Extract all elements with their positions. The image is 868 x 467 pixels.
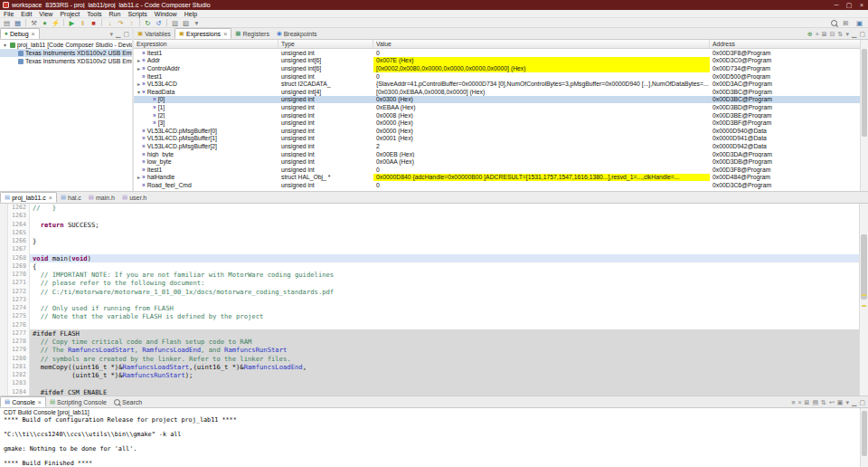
close-icon[interactable]: × xyxy=(38,399,42,405)
code-line[interactable]: // Note that the variable FLASH is defin… xyxy=(30,312,859,320)
refresh-icon[interactable]: ↺ xyxy=(154,18,164,27)
menu-item-run[interactable]: Run xyxy=(106,11,125,17)
terminate-icon[interactable]: ■ xyxy=(89,18,99,27)
chevron-right-icon[interactable]: ▸ xyxy=(136,81,142,87)
maximize-icon[interactable]: ▢ xyxy=(859,399,865,405)
clear-console-icon[interactable]: ▤ xyxy=(812,399,818,405)
expression-row[interactable]: »high_byteunsigned int0x00EB (Hex)0x00D3… xyxy=(134,150,861,158)
chevron-down-icon[interactable]: ▾ xyxy=(2,42,8,48)
menu-item-window[interactable]: Window xyxy=(151,11,181,17)
expressions-scrollbar[interactable] xyxy=(860,40,868,191)
code-line[interactable]: } xyxy=(30,237,859,245)
registers-view-icon[interactable]: ▧ xyxy=(181,18,191,27)
tab-variables[interactable]: ▣Variables xyxy=(134,28,175,39)
open-perspective-icon[interactable]: ⊞ xyxy=(841,18,851,27)
code-line[interactable]: // Only used if running from FLASH xyxy=(30,304,859,312)
code-line[interactable]: { xyxy=(30,262,859,271)
resume-icon[interactable]: ▶ xyxy=(67,18,77,27)
menu-item-file[interactable]: File xyxy=(0,11,17,17)
code-line[interactable]: memCopy((uint16_t *)&RamfuncsLoadStart,(… xyxy=(30,363,859,371)
expression-row[interactable]: »Road_feel_Cmdunsigned int00x00D3C6@Prog… xyxy=(134,181,861,189)
display-selected-console-icon[interactable]: ▾ xyxy=(845,399,849,405)
code-line[interactable]: return SUCCESS; xyxy=(30,221,859,229)
scroll-lock-icon[interactable]: ⇅ xyxy=(821,399,826,405)
expression-row[interactable]: »VL53L4CD.pMsgBuffer[1]unsigned int0x000… xyxy=(134,135,861,143)
tab-scripting-console[interactable]: ▤Scripting Console xyxy=(46,396,110,407)
menu-item-scripts[interactable]: Scripts xyxy=(124,11,150,17)
expression-row[interactable]: ▸»halHandlestruct HAL_Obj_ *0x0000D840 {… xyxy=(134,174,861,182)
tab-hal-c[interactable]: ▤hal.c xyxy=(57,192,85,203)
expression-row[interactable]: »[3]unsigned int0x0000 (Hex)0x00D3BF@Pro… xyxy=(134,119,861,127)
scrollbar-thumb[interactable] xyxy=(862,411,867,457)
console-output[interactable]: **** Build of configuration Release for … xyxy=(0,416,868,467)
chevron-right-icon[interactable]: ▸ xyxy=(136,57,142,63)
column-header-value[interactable]: Value xyxy=(373,40,710,48)
tab-proj-lab11-c[interactable]: ▤proj_lab11.c× xyxy=(0,192,57,203)
chevron-right-icon[interactable]: ▸ xyxy=(136,65,142,71)
expression-row[interactable]: »Itest1unsigned int00x00D3F8@Program xyxy=(134,49,861,57)
step-return-icon[interactable]: ↑ xyxy=(127,18,137,27)
column-header-type[interactable]: Type xyxy=(278,40,373,48)
code-line[interactable]: // IMPORTANT NOTE: If you are not famili… xyxy=(30,271,859,279)
code-line[interactable]: void main(void) xyxy=(30,254,859,262)
remove-all-expressions-icon[interactable]: ⊠ xyxy=(822,31,827,37)
expression-row[interactable]: ▸»VL53L4CDstruct I2CADATA_{SlaveAddr=41,… xyxy=(134,80,861,88)
restart-icon[interactable]: ↻ xyxy=(143,18,153,27)
menu-item-view[interactable]: View xyxy=(35,11,56,17)
debug-tree-item[interactable]: ▾proj_lab11 [Code Composer Studio - Devi… xyxy=(0,41,132,49)
menu-item-edit[interactable]: Edit xyxy=(17,11,35,17)
build-icon[interactable]: ⚒ xyxy=(29,18,39,27)
tab-debug[interactable]: ●Debug× xyxy=(0,28,40,39)
close-icon[interactable]: × xyxy=(32,31,35,37)
scrollbar-thumb[interactable] xyxy=(861,234,867,300)
maximize-icon[interactable]: ▢ xyxy=(859,31,865,37)
console-scrollbar[interactable] xyxy=(860,408,868,467)
chevron-right-icon[interactable]: ▸ xyxy=(136,174,142,180)
code-line[interactable] xyxy=(30,321,859,329)
tab-breakpoints[interactable]: ◉Breakpoints xyxy=(273,28,321,39)
expression-row[interactable]: »VL53L4CD.pMsgBuffer[0]unsigned int0x000… xyxy=(134,127,861,135)
step-into-icon[interactable]: ↓ xyxy=(105,18,115,27)
tab-expressions[interactable]: ▣Expressions× xyxy=(175,28,231,39)
scrollbar-thumb[interactable] xyxy=(862,49,867,137)
menu-item-project[interactable]: Project xyxy=(56,11,83,17)
code-line[interactable]: // } xyxy=(30,204,859,212)
editor-annotation-gutter[interactable] xyxy=(0,204,8,396)
minimize-icon[interactable]: ▁ xyxy=(852,31,856,37)
code-line[interactable] xyxy=(30,296,859,304)
tab-search[interactable]: Search xyxy=(110,396,146,407)
search-icon[interactable] xyxy=(831,20,837,26)
column-header-address[interactable]: Address xyxy=(710,40,861,48)
code-line[interactable]: (uint16_t *)&RamfuncsRunStart); xyxy=(30,371,859,379)
editor-scrollbar[interactable] xyxy=(859,204,868,396)
code-line[interactable]: #ifdef CSM_ENABLE xyxy=(30,388,859,396)
maximize-icon[interactable]: ▢ xyxy=(123,31,129,37)
tab-main-h[interactable]: ▤main.h xyxy=(85,192,118,203)
code-line[interactable]: // please refer to the following documen… xyxy=(30,279,859,287)
code-line[interactable]: // Copy time critical code and Flash set… xyxy=(30,338,859,346)
more-actions-icon[interactable]: ▾ xyxy=(192,18,202,27)
expression-row[interactable]: »Itest1unsigned int00x00D500@Program xyxy=(134,72,861,81)
minimize-button[interactable]: ─ xyxy=(830,2,843,8)
expression-row[interactable]: ▾»ReadDataunsigned int[4][0x0300,0xEBAA,… xyxy=(134,88,861,96)
tab-user-h[interactable]: ▤user.h xyxy=(118,192,150,203)
word-wrap-icon[interactable]: ↩ xyxy=(829,399,835,405)
tab-registers[interactable]: ▦Registers xyxy=(231,28,273,39)
minimize-icon[interactable]: ▁ xyxy=(852,399,856,405)
expression-row[interactable]: »Itest1unsigned int00x00D3F8@Program xyxy=(134,166,861,174)
expression-row[interactable]: ▸»ControlAddrunsigned int[6][0x0002,0x00… xyxy=(134,64,861,72)
terminate-icon[interactable]: ■ xyxy=(791,399,795,405)
debug-icon[interactable]: ● xyxy=(40,18,50,27)
collapse-all-icon[interactable]: ⊟ xyxy=(830,31,835,37)
add-expression-icon[interactable]: ⊕ xyxy=(807,31,813,37)
code-line[interactable]: #ifdef FLASH xyxy=(30,329,859,338)
view-menu-icon[interactable]: ▾ xyxy=(109,31,113,37)
debug-tree-item[interactable]: Texas Instruments XDS100v2 USB Emulator_ xyxy=(0,57,132,65)
close-icon[interactable]: × xyxy=(223,31,227,37)
ccs-debug-perspective-icon[interactable]: ▣ xyxy=(854,18,864,27)
suspend-icon[interactable]: ‖ xyxy=(78,18,88,27)
close-icon[interactable]: × xyxy=(49,195,52,201)
code-line[interactable]: // C:/ti/motorware/motorware_1_01_00_1x/… xyxy=(30,288,859,296)
code-line[interactable] xyxy=(30,245,859,253)
flash-icon[interactable]: ⚡ xyxy=(51,18,61,27)
